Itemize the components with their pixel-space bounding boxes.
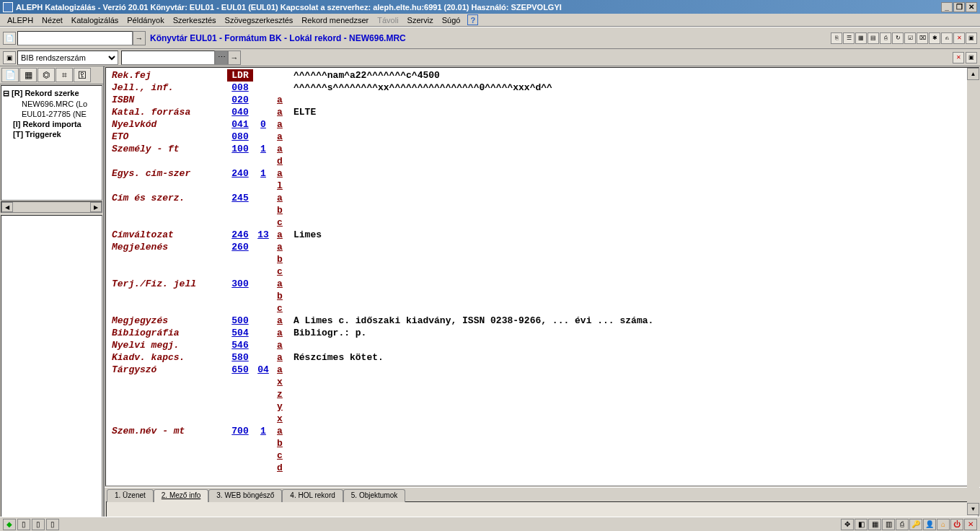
field-tag[interactable]: 245 [227,192,253,204]
minimize-button[interactable]: _ [941,2,953,12]
status-r-7[interactable]: 👤 [923,519,936,530]
subfield-code[interactable]: d [273,155,286,167]
field-tag[interactable]: 100 [227,143,253,155]
field-tag[interactable]: 700 [227,425,253,437]
tb-icon-11[interactable]: ✕ [953,32,965,44]
marc-line[interactable]: y [112,400,973,413]
status-icon-1[interactable]: ◆ [3,519,16,530]
marc-line[interactable]: Bibliográfia504aBibliogr.: p. [112,327,973,339]
subfield-code[interactable]: b [273,437,286,449]
left-tab-5[interactable]: ⚿ [74,68,91,82]
tb-icon-10[interactable]: ⎌ [941,32,953,44]
left-tab-3[interactable]: ⏣ [37,68,55,82]
field-tag[interactable]: 041 [227,118,253,131]
field-indicator[interactable]: 1 [253,143,273,155]
marc-line[interactable]: Terj./Fiz. jell300a [112,278,973,290]
status-r-4[interactable]: ▥ [882,519,895,530]
marc-line[interactable]: z [112,388,973,400]
field-tag[interactable]: 080 [227,131,253,143]
left-tab-4[interactable]: ⌗ [56,68,73,82]
subfield-code[interactable]: a [273,229,286,241]
field-value[interactable]: Limes [286,229,973,241]
subfield-code[interactable]: a [273,94,286,106]
menu-rekord-menedzser[interactable]: Rekord menedzser [297,15,373,25]
subfield-code[interactable]: a [273,131,286,143]
marc-line[interactable]: Nyelvkód0410a [112,118,973,131]
tb-icon-5[interactable]: ⎙ [880,32,891,44]
field-tag[interactable]: 650 [227,364,253,376]
menu-sugo[interactable]: Súgó [438,15,465,25]
nav-input-2[interactable] [121,51,215,65]
left-tab-1[interactable]: 📄 [1,68,19,82]
menu-katalogizalas[interactable]: Katalogizálás [67,15,123,25]
tb-icon-6[interactable]: ↻ [892,32,904,44]
subfield-code[interactable]: z [273,388,286,400]
status-r-9[interactable]: ⏻ [950,519,963,530]
marc-line[interactable]: Katal. forrása040aELTE [112,106,973,118]
field-tag[interactable]: 246 [227,229,253,241]
field-indicator[interactable]: 04 [253,364,273,376]
marc-line[interactable]: Egys. cím-szer2401a [112,167,973,180]
marc-line[interactable]: l [112,180,973,192]
marc-line[interactable]: Szem.név - mt7001a [112,425,973,437]
menu-nezet[interactable]: Nézet [37,15,67,25]
tb-icon-2[interactable]: ☰ [843,32,855,44]
tb-icon-12[interactable]: ▣ [966,32,977,44]
status-r-3[interactable]: ▦ [868,519,881,530]
menu-szovegszerkesztes[interactable]: Szövegszerkesztés [221,15,298,25]
field-tag[interactable]: 240 [227,167,253,180]
tab-hol-rekord[interactable]: 4. HOL rekord [282,489,343,502]
field-tag[interactable]: 040 [227,106,253,118]
marc-line[interactable]: Címváltozat24613aLimes [112,229,973,241]
record-tree[interactable]: [R] Rekord szerke NEW696.MRC (Lo EUL01-2… [1,85,102,201]
subfield-code[interactable]: c [273,449,286,462]
tb-icon-1[interactable]: ⎘ [831,32,842,44]
tab-web-bongeszo[interactable]: 3. WEB böngésző [208,489,282,502]
field-tag[interactable]: LDR [227,69,253,82]
marc-line[interactable]: b [112,253,973,266]
subfield-code[interactable]: a [273,315,286,327]
bib-select[interactable]: BIB rendszerszám [17,51,118,65]
marc-line[interactable]: Tárgyszó65004a [112,364,973,376]
tab-uzenet[interactable]: 1. Üzenet [107,489,154,502]
marc-line[interactable]: ETO080a [112,131,973,143]
marc-line[interactable]: Megjegyzés500aA Limes c. időszaki kiadvá… [112,315,973,327]
marc-line[interactable]: c [112,449,973,462]
marc-line[interactable]: c [112,216,973,229]
scroll-left[interactable]: ◀ [1,202,13,212]
marc-line[interactable]: Megjelenés260a [112,241,973,253]
field-tag[interactable]: 300 [227,278,253,290]
field-indicator[interactable]: 13 [253,229,273,241]
tb-icon-3[interactable]: ▦ [855,32,867,44]
field-tag[interactable]: 260 [227,241,253,253]
marc-line[interactable]: b [112,437,973,449]
tab-mezo-info[interactable]: 2. Mező info [154,489,208,502]
field-tag[interactable]: 008 [227,82,253,94]
status-icon-3[interactable]: ▯ [32,519,45,530]
menu-szerkesztes[interactable]: Szerkesztés [169,15,221,25]
subfield-code[interactable]: b [273,253,286,266]
subfield-code[interactable]: a [273,106,286,118]
restore-button[interactable]: ❐ [953,2,965,12]
nav-go-2[interactable]: → [228,51,241,65]
subfield-code[interactable]: a [273,167,286,180]
marc-editor[interactable]: Rek.fejLDR^^^^^^nam^a22^^^^^^^c^4500Jell… [105,67,979,486]
layout-icon[interactable]: ▣ [3,51,16,64]
marc-line[interactable]: d [112,462,973,474]
field-tag[interactable]: 504 [227,327,253,339]
status-icon-4[interactable]: ▯ [46,519,59,530]
status-r-5[interactable]: ⎙ [896,519,909,530]
tree-h-scrollbar[interactable]: ◀ ▶ [1,201,102,213]
tab-objektumok[interactable]: 5. Objektumok [343,489,405,502]
scroll-up[interactable]: ▲ [967,68,979,80]
tree-item-eul01[interactable]: EUL01-27785 (NE [3,109,100,119]
subfield-code[interactable]: b [273,204,286,216]
field-value[interactable]: ^^^^^^s^^^^^^^^xx^^^^^^^^^^^^^^^^0^^^^^x… [286,82,973,94]
scroll-track[interactable] [13,202,90,212]
editor-v-scrollbar[interactable]: ▲ ▼ [967,68,979,515]
tree-root[interactable]: [R] Rekord szerke [3,88,100,99]
tree-item-import[interactable]: [I] Rekord importa [3,119,100,129]
marc-line[interactable]: b [112,290,973,302]
document-icon[interactable]: 📄 [3,32,16,45]
field-value[interactable]: ^^^^^^nam^a22^^^^^^^c^4500 [286,69,973,82]
